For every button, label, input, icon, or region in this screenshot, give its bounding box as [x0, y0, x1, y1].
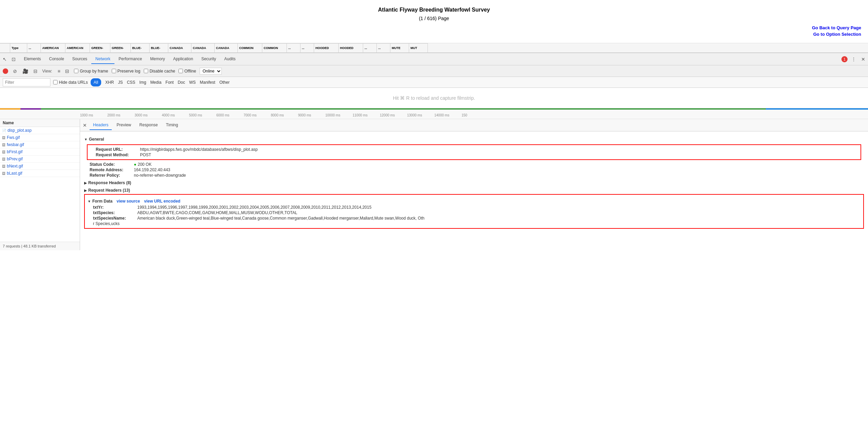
tab-elements[interactable]: Elements	[20, 54, 45, 64]
tick-4000: 4000 ms	[162, 113, 175, 117]
details-tab-bar: ✕ Headers Preview Response Timing	[80, 119, 868, 131]
filter-font[interactable]: Font	[164, 79, 175, 85]
tick-12000: 12000 ms	[380, 113, 395, 117]
view-label: View:	[42, 69, 52, 74]
view-source-link[interactable]: view source	[117, 199, 140, 204]
tick-8000: 8000 ms	[271, 113, 284, 117]
col-canada2: CANADA	[191, 43, 215, 52]
group-by-frame-label[interactable]: Group by frame	[74, 69, 108, 74]
remote-address-value: 164.159.202.40:443	[134, 167, 170, 172]
triangle-collapsed-icon: ▶	[84, 181, 87, 185]
file-item-bfirst[interactable]: 🖼 bFirst.gif	[0, 148, 80, 156]
request-url-row: Request URL: https://migbirdapps.fws.gov…	[96, 147, 858, 152]
file-item-disp_plot[interactable]: 📄 disp_plot.asp	[0, 127, 80, 134]
txt-species-name-row: txtSpeciesName: American black duck,Gree…	[93, 216, 861, 221]
filter-css[interactable]: CSS	[125, 79, 137, 85]
col-hooded2: HOODED	[339, 43, 363, 52]
form-data-box: ▼ Form Data view source view URL encoded…	[84, 194, 864, 229]
tab-audits[interactable]: Audits	[220, 54, 239, 64]
device-icon[interactable]: ⊡	[10, 56, 17, 63]
filter-img[interactable]: Img	[138, 79, 148, 85]
txt-yr-row: txtYr: 1993,1994,1995,1996,1997,1998,199…	[93, 205, 861, 210]
txt-yr-value: 1993,1994,1995,1996,1997,1998,1999,2000,…	[137, 205, 371, 210]
tick-6000: 6000 ms	[216, 113, 229, 117]
tab-console[interactable]: Console	[45, 54, 68, 64]
tab-network[interactable]: Network	[91, 54, 114, 64]
grouped-view-icon[interactable]: ⊟	[64, 68, 71, 75]
tab-sources[interactable]: Sources	[68, 54, 91, 64]
tick-13000: 13000 ms	[407, 113, 422, 117]
file-item-bprev[interactable]: 🖼 bPrev.gif	[0, 156, 80, 163]
tab-memory[interactable]: Memory	[146, 54, 169, 64]
offline-checkbox[interactable]	[179, 69, 183, 73]
filter-ws[interactable]: WS	[188, 79, 197, 85]
filter-other[interactable]: Other	[218, 79, 231, 85]
file-list-header: Name	[0, 119, 80, 127]
details-tab-headers[interactable]: Headers	[90, 121, 112, 130]
file-list-footer: 7 requests | 48.1 KB transferred	[0, 242, 80, 250]
timeline-ruler: 1000 ms 2000 ms 3000 ms 4000 ms 5000 ms …	[0, 110, 868, 119]
record-button[interactable]	[3, 68, 8, 74]
filter-all-btn[interactable]: All	[91, 78, 101, 86]
request-url-value: https://migbirdapps.fws.gov/mbdc/databas…	[140, 147, 258, 152]
devtools-tab-bar: ↖ ⊡ Elements Console Sources Network Per…	[0, 53, 868, 65]
request-url-label: Request URL:	[96, 147, 140, 152]
list-view-icon[interactable]: ≡	[56, 68, 62, 75]
disable-cache-label[interactable]: Disable cache	[144, 69, 175, 74]
details-tab-timing[interactable]: Timing	[162, 121, 182, 130]
preserve-log-checkbox[interactable]	[112, 69, 116, 73]
option-selection-link[interactable]: Go to Option Selection	[0, 32, 861, 37]
group-by-frame-checkbox[interactable]	[74, 69, 78, 73]
file-name-bfirst: bFirst.gif	[7, 149, 22, 154]
page-links: Go Back to Query Page Go to Option Selec…	[0, 25, 868, 37]
filter-doc[interactable]: Doc	[176, 79, 186, 85]
capture-screenshot-button[interactable]: 🎥	[22, 68, 29, 75]
filter-manifest[interactable]: Manifest	[199, 79, 217, 85]
txt-species-value: ABDU,AGWT,BWTE,CAGO,COME,GADW,HOME,MALL,…	[137, 210, 297, 215]
triangle-form-icon: ▼	[88, 199, 91, 203]
file-item-fwsbar[interactable]: 🖼 fwsbar.gif	[0, 141, 80, 148]
more-options-icon[interactable]: ⋮	[850, 56, 857, 63]
disable-cache-checkbox[interactable]	[144, 69, 148, 73]
file-name-blast: bLast.gif	[7, 171, 22, 176]
txt-yr-label: txtYr:	[93, 205, 137, 210]
cursor-icon[interactable]: ↖	[1, 56, 8, 63]
txt-species-row: txtSpecies: ABDU,AGWT,BWTE,CAGO,COME,GAD…	[93, 210, 861, 215]
hide-data-urls-checkbox[interactable]	[53, 80, 58, 84]
page-header: Atlantic Flyway Breeding Waterfowl Surve…	[0, 0, 868, 43]
clear-button[interactable]: ⊘	[12, 68, 18, 75]
request-headers-title[interactable]: ▶ Request Headers (13)	[84, 188, 864, 193]
referrer-policy-label: Referrer Policy:	[90, 173, 134, 178]
error-badge: 1	[841, 56, 848, 62]
tick-150: 150	[462, 113, 467, 117]
close-devtools-icon[interactable]: ✕	[860, 56, 867, 63]
preserve-log-label[interactable]: Preserve log	[112, 69, 140, 74]
filter-xhr[interactable]: XHR	[104, 79, 115, 85]
close-details-button[interactable]: ✕	[83, 123, 87, 128]
remote-address-label: Remote Address:	[90, 167, 134, 172]
filter-js[interactable]: JS	[117, 79, 124, 85]
details-tab-response[interactable]: Response	[136, 121, 161, 130]
filter-media[interactable]: Media	[149, 79, 163, 85]
tick-3000: 3000 ms	[135, 113, 148, 117]
col-ellipsis1: ...	[27, 43, 41, 52]
triangle-icon: ▼	[84, 138, 88, 141]
details-tab-preview[interactable]: Preview	[113, 121, 135, 130]
offline-label[interactable]: Offline	[179, 69, 196, 74]
file-item-blast[interactable]: 🖼 bLast.gif	[0, 170, 80, 177]
tab-performance[interactable]: Performance	[114, 54, 146, 64]
hide-data-urls-label[interactable]: Hide data URLs	[53, 80, 88, 85]
filter-input[interactable]	[3, 78, 50, 86]
file-item-bnext[interactable]: 🖼 bNext.gif	[0, 163, 80, 170]
tab-security[interactable]: Security	[197, 54, 220, 64]
file-item-fws[interactable]: 🖼 Fws.gif	[0, 134, 80, 141]
network-toolbar: ⊘ 🎥 ⊟ View: ≡ ⊟ Group by frame Preserve …	[0, 65, 868, 77]
ruler-right: 1000 ms 2000 ms 3000 ms 4000 ms 5000 ms …	[80, 110, 868, 118]
filter-icon[interactable]: ⊟	[32, 68, 39, 75]
online-select[interactable]: Online	[200, 68, 222, 75]
view-url-encoded-link[interactable]: view URL encoded	[144, 199, 180, 204]
tab-application[interactable]: Application	[169, 54, 197, 64]
file-icon-image2: 🖼	[2, 143, 5, 147]
response-headers-title[interactable]: ▶ Response Headers (8)	[84, 180, 864, 185]
back-to-query-link[interactable]: Go Back to Query Page	[0, 25, 861, 30]
